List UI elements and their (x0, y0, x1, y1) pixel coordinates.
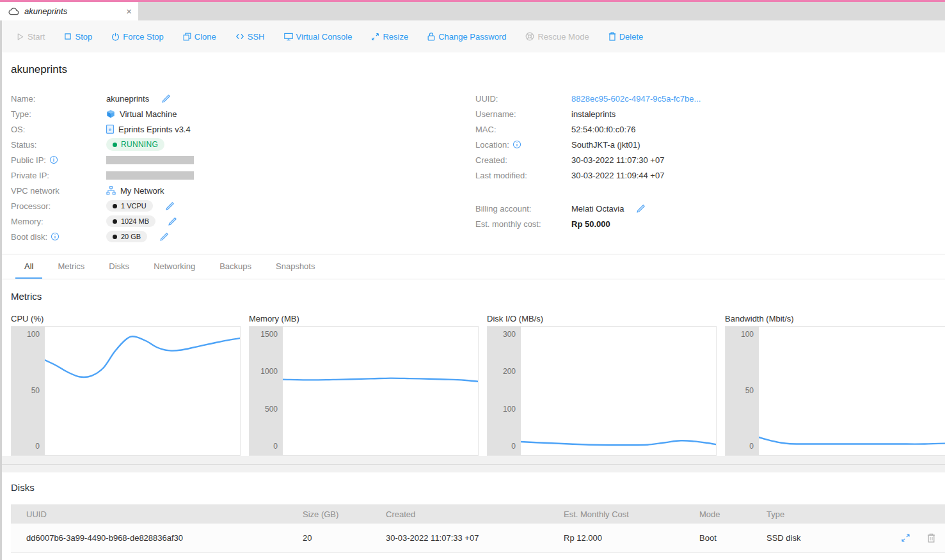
detail-row-boot-disk: Boot disk: 20 GB (11, 229, 475, 244)
clone-button[interactable]: Clone (183, 32, 216, 42)
status-badge: RUNNING (106, 138, 164, 151)
bandwidth-chart: Bandwidth (Mbit/s) 100500 (725, 315, 945, 456)
info-icon[interactable] (49, 155, 58, 164)
memory-badge: 1024 MB (106, 215, 155, 227)
rescue-mode-button[interactable]: Rescue Mode (525, 32, 589, 42)
resize-disk-icon[interactable] (901, 533, 910, 543)
monthly-cost-value: Rp 50.000 (571, 219, 610, 229)
lock-icon (427, 32, 435, 41)
disk-table-row: dd6007b6-3a99-4490-b968-de828836af30 20 … (11, 524, 945, 552)
plot-area (759, 327, 945, 455)
created-value: 30-03-2022 11:07:30 +07 (571, 155, 664, 165)
detail-row-public-ip: Public IP: (11, 152, 475, 167)
col-size: Size (GB) (303, 504, 386, 524)
disks-table-header: UUID Size (GB) Created Est. Monthly Cost… (11, 504, 945, 524)
delete-disk-icon[interactable] (927, 533, 935, 543)
col-created: Created (386, 504, 564, 524)
detail-row-processor: Processor: 1 VCPU (11, 198, 475, 214)
trash-icon (608, 32, 616, 41)
cube-icon (106, 109, 115, 118)
force-stop-button[interactable]: Force Stop (111, 32, 164, 42)
code-icon (235, 33, 244, 40)
disk-uuid: dd6007b6-3a99-4490-b968-de828836af30 (11, 524, 303, 552)
disk-io-chart: Disk I/O (MB/s) 3002001000 (487, 315, 717, 456)
tab-disks[interactable]: Disks (100, 254, 138, 279)
detail-row-private-ip: Private IP: (11, 167, 475, 183)
uuid-link[interactable]: 8828ec95-602c-4947-9c5a-fc7be... (571, 94, 701, 104)
col-mode: Mode (699, 504, 766, 524)
info-icon[interactable] (51, 232, 60, 241)
main-panel: Start Stop Force Stop Clone SSH Virtual … (0, 20, 945, 560)
close-icon[interactable]: × (126, 6, 132, 16)
vm-details: Name: akuneprints Type: Virtual Machine … (11, 91, 945, 244)
tab-all[interactable]: All (15, 254, 42, 279)
detail-row-billing: Billing account: Melati Octavia (475, 201, 945, 216)
ssh-button[interactable]: SSH (235, 32, 265, 42)
start-button[interactable]: Start (16, 32, 45, 42)
resize-button[interactable]: Resize (371, 32, 408, 42)
edit-name-button[interactable] (161, 94, 171, 104)
network-icon (106, 186, 116, 195)
metrics-section-title: Metrics (11, 290, 945, 303)
tab-snapshots[interactable]: Snapshots (267, 254, 324, 279)
plot-area (45, 327, 240, 455)
power-icon (111, 33, 120, 41)
edit-boot-disk-button[interactable] (159, 232, 169, 242)
resize-icon (371, 33, 379, 41)
location-value: SouthJKT-a (jkt01) (571, 140, 640, 150)
window-tab-akuneprints[interactable]: akuneprints × (0, 2, 138, 20)
delete-button[interactable]: Delete (608, 32, 644, 42)
lifebuoy-icon (525, 32, 534, 41)
status-dot-icon (113, 143, 117, 147)
public-ip-redacted (106, 156, 194, 164)
vm-os-value: Eprints Eprints v3.4 (118, 125, 191, 134)
detail-row-location: Location: SouthJKT-a (jkt01) (475, 137, 945, 152)
info-icon[interactable] (512, 140, 521, 149)
window-tab-bar: akuneprints × (0, 0, 945, 20)
username-value: instaleprints (571, 109, 615, 119)
stop-icon (64, 33, 72, 40)
detail-row-memory: Memory: 1024 MB (11, 214, 475, 229)
last-modified-value: 30-03-2022 11:09:44 +07 (571, 171, 664, 180)
detail-row-type: Type: Virtual Machine (11, 106, 475, 121)
processor-badge: 1 VCPU (106, 200, 153, 212)
detail-row-created: Created: 30-03-2022 11:07:30 +07 (475, 152, 945, 167)
cloud-icon (8, 8, 19, 15)
detail-row-username: Username: instaleprints (475, 106, 945, 121)
tab-networking[interactable]: Networking (145, 254, 204, 279)
disk-mode: Boot (699, 524, 766, 552)
y-axis: 3002001000 (488, 327, 521, 455)
svg-text:e: e (109, 127, 112, 132)
cpu-chart: CPU (%) 100500 (11, 315, 241, 456)
os-document-icon: e (106, 125, 114, 134)
tab-metrics[interactable]: Metrics (49, 254, 93, 279)
window-tab-title: akuneprints (24, 6, 67, 16)
edit-processor-button[interactable] (165, 201, 175, 211)
detail-row-name: Name: akuneprints (11, 91, 475, 106)
y-axis: 100500 (12, 327, 45, 455)
section-tabs: All Metrics Disks Networking Backups Sna… (2, 254, 945, 279)
action-toolbar: Start Stop Force Stop Clone SSH Virtual … (2, 20, 945, 52)
clone-icon (183, 33, 191, 41)
change-password-button[interactable]: Change Password (427, 32, 506, 42)
memory-chart: Memory (MB) 150010005000 (249, 315, 479, 456)
edit-memory-button[interactable] (168, 217, 177, 226)
plot-area (521, 327, 716, 455)
boot-disk-badge: 20 GB (106, 231, 147, 242)
monitor-icon (284, 33, 293, 41)
private-ip-redacted (106, 171, 194, 180)
edit-billing-button[interactable] (636, 204, 646, 214)
disks-section-title: Disks (11, 481, 945, 494)
col-cost: Est. Monthly Cost (564, 504, 699, 524)
stop-button[interactable]: Stop (64, 32, 92, 42)
detail-row-status: Status: RUNNING (11, 137, 475, 152)
virtual-console-button[interactable]: Virtual Console (284, 32, 353, 42)
detail-row-mac: MAC: 52:54:00:f0:c0:76 (475, 121, 945, 137)
y-axis: 100500 (726, 327, 759, 455)
billing-account-value: Melati Octavia (571, 204, 624, 214)
metrics-charts: CPU (%) 100500 Memory (MB) 150010005000 … (11, 315, 945, 456)
mac-value: 52:54:00:f0:c0:76 (571, 125, 635, 134)
disk-size: 20 (303, 524, 386, 552)
plot-area (283, 327, 478, 455)
tab-backups[interactable]: Backups (210, 254, 260, 279)
